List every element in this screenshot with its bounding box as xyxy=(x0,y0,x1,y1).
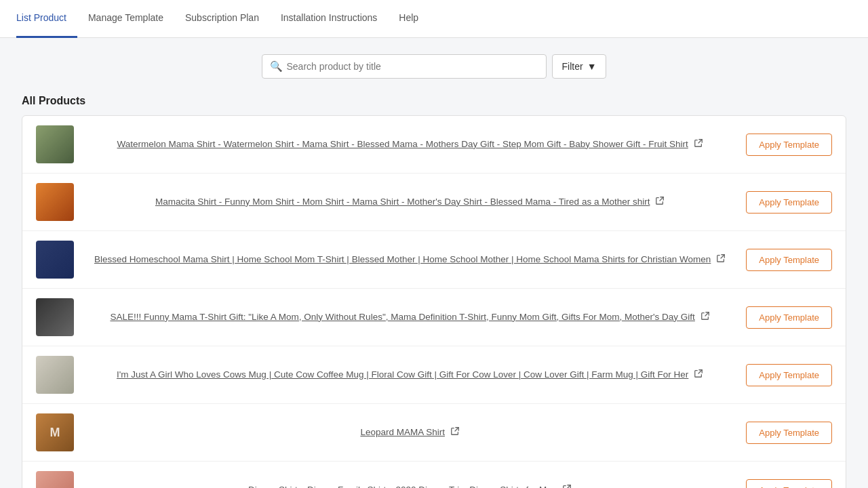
product-title-wrap: Blessed Homeschool Mama Shirt | Home Sch… xyxy=(85,253,735,266)
product-row: SALE!!! Funny Mama T-Shirt Gift: "Like A… xyxy=(22,289,846,346)
product-title-wrap: I'm Just A Girl Who Loves Cows Mug | Cut… xyxy=(85,369,735,382)
product-row: Blessed Homeschool Mama Shirt | Home Sch… xyxy=(22,231,846,289)
external-link-icon[interactable] xyxy=(694,369,703,380)
top-navigation: List ProductManage TemplateSubscription … xyxy=(0,0,868,38)
external-link-icon[interactable] xyxy=(716,253,726,265)
product-title-wrap: Watermelon Mama Shirt - Watermelon Shirt… xyxy=(85,138,735,151)
nav-item-installation-instructions[interactable]: Installation Instructions xyxy=(270,0,388,38)
product-thumbnail xyxy=(36,471,74,488)
external-link-icon[interactable] xyxy=(701,311,710,323)
product-title[interactable]: Disney Shirts, Disney Family Shirts, 202… xyxy=(248,484,557,488)
apply-template-button[interactable]: Apply Template xyxy=(746,306,832,329)
external-link-icon[interactable] xyxy=(655,196,665,207)
product-row: Watermelon Mama Shirt - Watermelon Shirt… xyxy=(22,116,846,174)
product-title[interactable]: Mamacita Shirt - Funny Mom Shirt - Mom S… xyxy=(155,196,650,209)
product-thumbnail xyxy=(36,356,74,394)
main-content: 🔍 Filter ▼ All Products Watermelon Mama … xyxy=(0,38,868,488)
product-title-wrap: Leopard MAMA Shirt xyxy=(85,426,735,439)
section-title: All Products xyxy=(22,95,846,107)
product-list: Watermelon Mama Shirt - Watermelon Shirt… xyxy=(22,115,846,488)
nav-item-subscription-plan[interactable]: Subscription Plan xyxy=(174,0,270,38)
search-input[interactable] xyxy=(262,54,547,79)
external-link-icon[interactable] xyxy=(562,484,572,488)
product-thumbnail: M xyxy=(36,413,74,451)
product-thumbnail xyxy=(36,183,74,221)
chevron-down-icon: ▼ xyxy=(587,61,597,72)
product-title-wrap: Disney Shirts, Disney Family Shirts, 202… xyxy=(85,484,735,488)
product-title-wrap: SALE!!! Funny Mama T-Shirt Gift: "Like A… xyxy=(85,311,735,324)
search-icon: 🔍 xyxy=(270,60,283,73)
filter-button[interactable]: Filter ▼ xyxy=(552,54,607,79)
product-title[interactable]: Blessed Homeschool Mama Shirt | Home Sch… xyxy=(94,253,711,266)
nav-item-list-product[interactable]: List Product xyxy=(16,0,77,38)
nav-item-help[interactable]: Help xyxy=(388,0,429,38)
apply-template-button[interactable]: Apply Template xyxy=(746,134,832,156)
product-title[interactable]: I'm Just A Girl Who Loves Cows Mug | Cut… xyxy=(117,369,688,382)
product-title[interactable]: Watermelon Mama Shirt - Watermelon Shirt… xyxy=(117,138,688,151)
product-row: Disney Shirts, Disney Family Shirts, 202… xyxy=(22,462,846,488)
product-title[interactable]: SALE!!! Funny Mama T-Shirt Gift: "Like A… xyxy=(110,311,694,324)
apply-template-button[interactable]: Apply Template xyxy=(746,364,832,386)
apply-template-button[interactable]: Apply Template xyxy=(746,249,832,271)
product-thumbnail xyxy=(36,241,74,279)
product-row: Mamacita Shirt - Funny Mom Shirt - Mom S… xyxy=(22,174,846,231)
product-title[interactable]: Leopard MAMA Shirt xyxy=(360,426,445,439)
nav-item-manage-template[interactable]: Manage Template xyxy=(77,0,174,38)
apply-template-button[interactable]: Apply Template xyxy=(746,191,832,214)
search-input-wrap: 🔍 xyxy=(262,54,547,79)
search-bar-container: 🔍 Filter ▼ xyxy=(22,54,846,79)
product-title-wrap: Mamacita Shirt - Funny Mom Shirt - Mom S… xyxy=(85,196,735,209)
filter-label: Filter xyxy=(562,61,583,72)
external-link-icon[interactable] xyxy=(694,138,703,150)
external-link-icon[interactable] xyxy=(450,426,460,438)
product-thumbnail xyxy=(36,298,74,336)
product-thumbnail xyxy=(36,125,74,163)
product-row: I'm Just A Girl Who Loves Cows Mug | Cut… xyxy=(22,346,846,404)
apply-template-button[interactable]: Apply Template xyxy=(746,479,832,489)
apply-template-button[interactable]: Apply Template xyxy=(746,422,832,444)
product-row: MLeopard MAMA ShirtApply Template xyxy=(22,404,846,462)
